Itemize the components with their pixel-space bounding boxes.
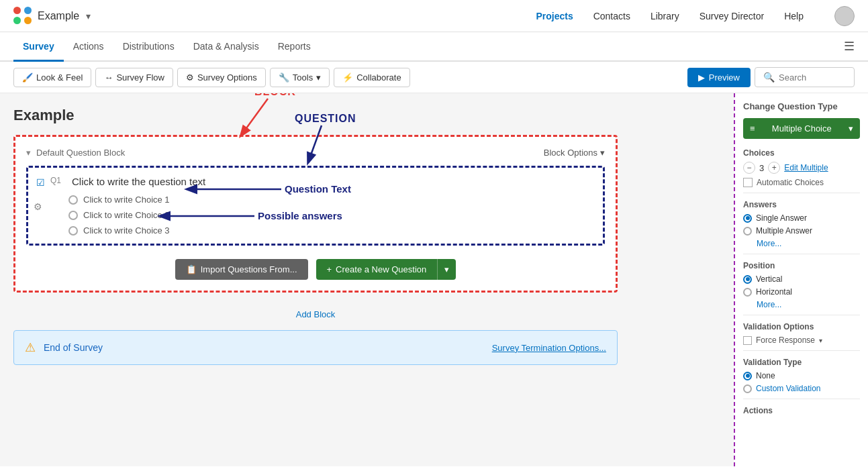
single-answer-label: Single Answer xyxy=(756,213,807,223)
collaborate-icon: ⚡ xyxy=(342,72,353,83)
multiple-answer-option[interactable]: Multiple Answer xyxy=(743,226,860,236)
tab-reports[interactable]: Reports xyxy=(269,32,320,62)
block-options-button[interactable]: Block Options ▾ xyxy=(544,148,605,158)
question-settings-icon[interactable]: ⚙ xyxy=(34,201,42,212)
import-icon: 📋 xyxy=(186,264,197,274)
logo-dot-blue xyxy=(24,7,32,14)
force-response-checkbox[interactable] xyxy=(743,336,752,345)
answers-more-link[interactable]: More... xyxy=(757,239,860,248)
none-option[interactable]: None xyxy=(743,371,860,380)
preview-icon: ▶ xyxy=(698,72,705,83)
auto-choices-label: Automatic Choices xyxy=(757,178,824,187)
avatar[interactable] xyxy=(834,6,855,26)
create-label: Create a New Question xyxy=(336,264,426,274)
end-of-survey-text: End of Survey xyxy=(44,342,103,353)
survey-title: Example xyxy=(13,107,618,124)
hamburger-icon[interactable]: ☰ xyxy=(844,39,855,54)
choice-item-3[interactable]: Click to write Choice 3 xyxy=(68,225,595,236)
nav-projects[interactable]: Projects xyxy=(536,11,573,21)
question-type-selector[interactable]: ≡ Multiple Choice ▾ xyxy=(743,118,860,139)
divider-2 xyxy=(743,254,860,254)
collapse-icon[interactable]: ▾ xyxy=(26,148,31,158)
edit-multiple-link[interactable]: Edit Multiple xyxy=(784,163,828,172)
survey-flow-button[interactable]: ↔ Survey Flow xyxy=(95,68,173,87)
radio-circle-3 xyxy=(68,226,78,236)
nav-library[interactable]: Library xyxy=(650,11,679,21)
add-block-link[interactable]: Add Block xyxy=(296,309,336,319)
collaborate-label: Collaborate xyxy=(356,72,401,83)
block-header: ▾ Default Question Block Block Options ▾ xyxy=(26,148,605,158)
radio-circle-2 xyxy=(68,211,78,220)
question-actions-row: 📋 Import Questions From... + Create a Ne… xyxy=(26,259,605,280)
horizontal-radio xyxy=(743,288,752,297)
logo-dot-green xyxy=(13,17,21,24)
import-questions-button[interactable]: 📋 Import Questions From... xyxy=(175,259,308,280)
preview-button[interactable]: ▶ Preview xyxy=(687,68,751,87)
minus-button[interactable]: − xyxy=(743,162,755,174)
single-answer-radio xyxy=(743,214,752,223)
vertical-option[interactable]: Vertical xyxy=(743,274,860,284)
search-box[interactable]: 🔍 xyxy=(755,67,855,87)
question-id: Q1 xyxy=(50,176,66,185)
gear-icon: ⚙ xyxy=(186,72,194,83)
answers-title: Answers xyxy=(743,200,860,209)
choice-text-3: Click to write Choice 3 xyxy=(83,225,170,236)
survey-editor: Example ▾ Default Question Block Block O… xyxy=(0,93,734,466)
look-feel-button[interactable]: 🖌️ Look & Feel xyxy=(13,68,91,87)
type-caret-icon: ▾ xyxy=(849,123,853,134)
logo-dots xyxy=(13,7,32,25)
tools-label: Tools xyxy=(293,72,313,83)
block-header-left: ▾ Default Question Block xyxy=(26,148,125,158)
tab-data-analysis[interactable]: Data & Analysis xyxy=(184,32,269,62)
question-checkbox[interactable]: ☑ xyxy=(36,176,45,188)
none-radio xyxy=(743,372,752,380)
question-top: ☑ Q1 Click to write the question text xyxy=(36,176,595,188)
dropdown-caret-icon: ▾ xyxy=(444,264,449,274)
survey-termination-link[interactable]: Survey Termination Options... xyxy=(492,343,606,353)
secondary-nav: Survey Actions Distributions Data & Anal… xyxy=(0,32,868,62)
collaborate-button[interactable]: ⚡ Collaborate xyxy=(334,68,410,87)
actions-title: Actions xyxy=(743,406,860,415)
position-title: Position xyxy=(743,261,860,270)
block-name: Default Question Block xyxy=(36,148,125,158)
divider-1 xyxy=(743,193,860,193)
survey-options-button[interactable]: ⚙ Survey Options xyxy=(177,68,266,87)
question-text[interactable]: Click to write the question text xyxy=(72,176,595,187)
survey-editor-inner: Example ▾ Default Question Block Block O… xyxy=(13,107,618,365)
app-title: Example xyxy=(38,10,79,22)
custom-validation-option[interactable]: Custom Validation xyxy=(743,384,860,393)
single-answer-option[interactable]: Single Answer xyxy=(743,213,860,223)
create-question-button[interactable]: + Create a New Question xyxy=(316,259,438,280)
force-response-label: Force Response xyxy=(756,335,815,345)
tab-survey[interactable]: Survey xyxy=(13,32,64,62)
top-nav: Example ▾ Projects Contacts Library Surv… xyxy=(0,0,868,32)
import-label: Import Questions From... xyxy=(201,264,297,274)
search-input[interactable] xyxy=(779,72,846,83)
auto-choices-checkbox[interactable] xyxy=(743,178,753,187)
force-response-row: Force Response ▾ xyxy=(743,335,860,345)
tab-actions[interactable]: Actions xyxy=(64,32,113,62)
plus-button[interactable]: + xyxy=(768,162,780,174)
create-dropdown-button[interactable]: ▾ xyxy=(437,259,456,280)
horizontal-option[interactable]: Horizontal xyxy=(743,287,860,297)
end-survey-bar: ⚠ End of Survey Survey Termination Optio… xyxy=(13,330,618,365)
position-more-link[interactable]: More... xyxy=(757,300,860,309)
add-block-row: Add Block xyxy=(13,303,618,325)
list-icon: ≡ xyxy=(750,123,755,134)
nav-help[interactable]: Help xyxy=(784,11,804,21)
tools-button[interactable]: 🔧 Tools ▾ xyxy=(270,68,330,87)
tab-distributions[interactable]: Distributions xyxy=(113,32,184,62)
nav-survey-director[interactable]: Survey Director xyxy=(700,11,764,21)
block-options-caret: ▾ xyxy=(600,148,605,158)
nav-contacts[interactable]: Contacts xyxy=(593,11,630,21)
logo-caret[interactable]: ▾ xyxy=(86,11,91,21)
vertical-radio xyxy=(743,275,752,284)
force-response-caret[interactable]: ▾ xyxy=(819,337,822,344)
preview-label: Preview xyxy=(709,72,740,83)
horizontal-label: Horizontal xyxy=(756,287,792,297)
validation-options-title: Validation Options xyxy=(743,322,860,331)
choice-item-1[interactable]: Click to write Choice 1 xyxy=(68,195,595,205)
choices-list: Click to write Choice 1 Click to write C… xyxy=(68,195,595,236)
choice-item-2[interactable]: Click to write Choice 2 xyxy=(68,210,595,220)
multiple-answer-radio xyxy=(743,227,752,236)
